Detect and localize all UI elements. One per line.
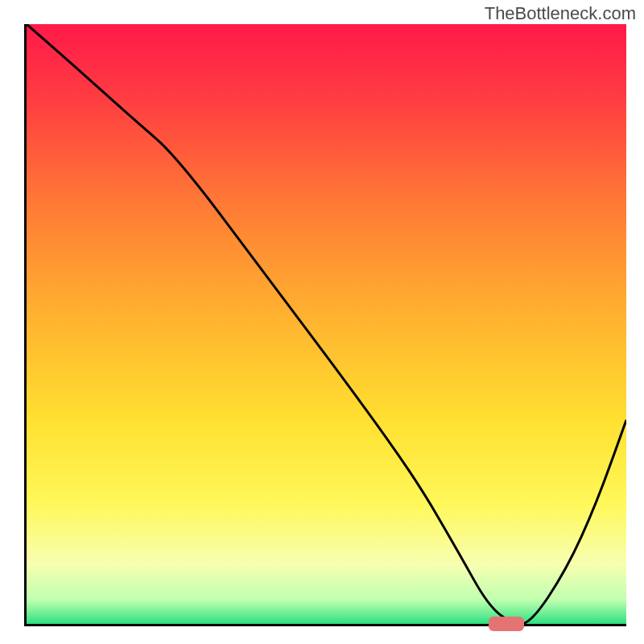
chart-svg	[27, 24, 626, 624]
gradient-background	[27, 24, 626, 624]
watermark-text: TheBottleneck.com	[485, 3, 636, 24]
optimum-marker	[489, 617, 525, 630]
plot-area	[24, 24, 626, 626]
chart-container: TheBottleneck.com	[0, 0, 644, 644]
